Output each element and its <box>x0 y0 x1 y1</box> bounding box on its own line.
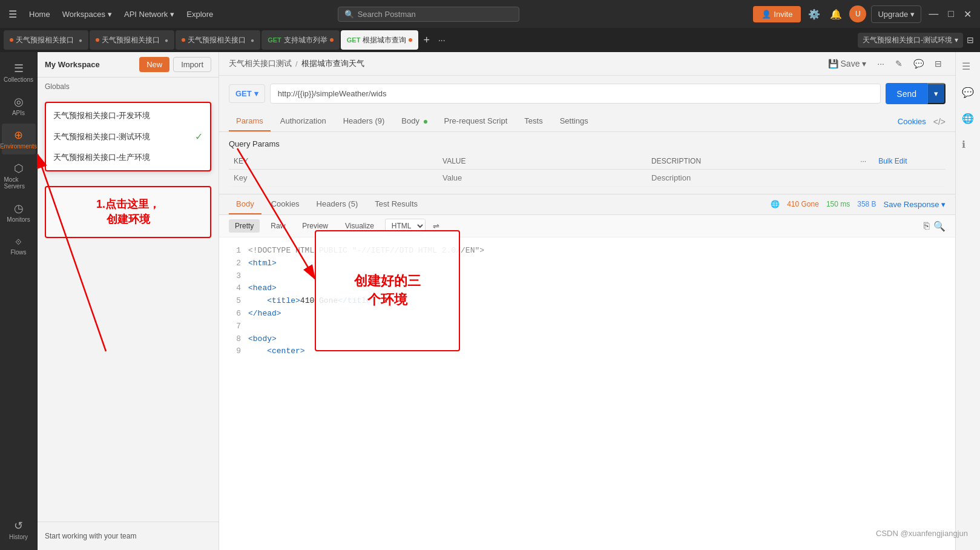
sidebar-label: Monitors <box>7 216 30 223</box>
more-tabs-button[interactable]: ··· <box>435 35 449 45</box>
key-input[interactable] <box>234 173 433 182</box>
annotation-center-text: 创建好的三个环境 <box>354 272 421 310</box>
method-selector[interactable]: GET ▾ <box>229 84 265 103</box>
right-panel-icon-4[interactable]: ℹ <box>958 135 978 154</box>
tab-2[interactable]: 天气预报相关接口 ● <box>90 30 174 50</box>
format-pretty-btn[interactable]: Pretty <box>229 219 260 233</box>
send-dropdown-button[interactable]: ▾ <box>927 83 945 104</box>
tab-close-icon[interactable]: ● <box>79 37 82 44</box>
api-network-menu[interactable]: API Network ▾ <box>119 7 179 21</box>
globe-icon: 🌐 <box>771 200 780 209</box>
format-icon[interactable]: ⇌ <box>433 222 439 231</box>
url-bar: GET ▾ Send ▾ <box>219 76 955 111</box>
status-code: 410 Gone <box>787 200 819 209</box>
sidebar-item-monitors[interactable]: ◷ Monitors <box>2 197 36 228</box>
response-tabs: Body Cookies Headers (5) Test Results 🌐 … <box>219 194 955 215</box>
response-actions: ⎘ 🔍 <box>924 220 945 232</box>
tab-body[interactable]: Body <box>394 111 434 131</box>
url-input[interactable] <box>270 84 881 104</box>
tab-label: 天气预报相关接口 <box>188 35 246 45</box>
minimize-button[interactable]: — <box>926 6 941 22</box>
collections-icon: ☰ <box>14 62 24 75</box>
new-button[interactable]: New <box>139 57 169 72</box>
search-response-btn[interactable]: 🔍 <box>933 220 945 232</box>
body-dot <box>424 120 427 124</box>
close-button[interactable]: ✕ <box>961 6 974 22</box>
tab-close-icon[interactable]: ● <box>251 37 254 44</box>
sidebar-item-history[interactable]: ↺ History <box>2 514 36 545</box>
right-panel-icon-2[interactable]: 💬 <box>958 83 978 102</box>
bulk-edit-btn[interactable]: Bulk Edit <box>873 153 945 170</box>
resp-tab-test-results[interactable]: Test Results <box>367 194 425 214</box>
import-button[interactable]: Import <box>173 57 211 72</box>
sidebar-item-apis[interactable]: ◎ APIs <box>2 90 36 121</box>
send-button[interactable]: Send <box>886 83 927 104</box>
layout-icon[interactable]: ⊟ <box>964 33 976 47</box>
description-input[interactable] <box>651 173 850 182</box>
more-options-button[interactable]: ··· <box>873 57 888 70</box>
sidebar-label: Collections <box>4 76 33 83</box>
format-raw-btn[interactable]: Raw <box>265 219 291 233</box>
sidebar-label: APIs <box>12 110 25 116</box>
maximize-button[interactable]: □ <box>945 6 956 22</box>
save-response-btn[interactable]: Save Response ▾ <box>884 200 945 209</box>
tab-close-icon[interactable]: ● <box>165 37 168 44</box>
env-item-dev[interactable]: 天气预报相关接口-开发环境 <box>46 105 210 126</box>
resp-tab-headers[interactable]: Headers (5) <box>309 194 366 214</box>
cookies-link[interactable]: Cookies <box>898 117 926 126</box>
breadcrumb: 天气相关接口测试 / 根据城市查询天气 💾 Save ▾ ··· ✎ 💬 ⊟ <box>219 52 955 76</box>
right-panel-icon-3[interactable]: 🌐 <box>958 109 978 128</box>
tab-1[interactable]: 天气预报相关接口 ● <box>4 30 88 50</box>
resp-tab-body[interactable]: Body <box>229 194 261 214</box>
col-value-header: VALUE <box>438 153 646 170</box>
search-bar[interactable]: 🔍 Search Postman <box>338 7 519 22</box>
tab-5[interactable]: GET 根据城市查询 <box>341 30 419 50</box>
home-link[interactable]: Home <box>24 7 55 21</box>
settings-button[interactable]: ⚙️ <box>806 6 823 22</box>
tab-dot <box>96 38 99 42</box>
tab-authorization[interactable]: Authorization <box>273 111 334 131</box>
right-panel: ☰ 💬 🌐 ℹ <box>955 52 980 550</box>
tab-settings[interactable]: Settings <box>553 111 596 131</box>
hamburger-icon[interactable]: ☰ <box>6 6 19 22</box>
upgrade-button[interactable]: Upgrade ▾ <box>871 5 921 23</box>
send-button-group: Send ▾ <box>886 83 945 104</box>
right-panel-icon-1[interactable]: ☰ <box>958 57 978 76</box>
sidebar-item-collections[interactable]: ☰ Collections <box>2 57 36 88</box>
history-icon: ↺ <box>14 519 23 532</box>
notifications-button[interactable]: 🔔 <box>827 6 844 22</box>
pane-button[interactable]: ⊟ <box>931 57 945 70</box>
env-selector[interactable]: 天气预报相关接口-测试环境 ▾ <box>858 33 963 48</box>
tab-4[interactable]: GET 支持城市列举 <box>261 30 340 50</box>
tab-headers[interactable]: Headers (9) <box>336 111 392 131</box>
tab-tests[interactable]: Tests <box>517 111 550 131</box>
sidebar-item-mock-servers[interactable]: ⬡ Mock Servers <box>2 157 36 194</box>
sidebar-item-environments[interactable]: ⊕ Environments <box>2 124 36 154</box>
panel-header: My Workspace New Import <box>38 52 219 78</box>
tab-dot <box>10 38 13 42</box>
tab-3[interactable]: 天气预报相关接口 ● <box>176 30 260 50</box>
env-item-test[interactable]: 天气预报相关接口-测试环境 ✓ <box>46 126 210 147</box>
env-item-prod[interactable]: 天气预报相关接口-生产环境 <box>46 147 210 168</box>
breadcrumb-parent[interactable]: 天气相关接口测试 <box>229 58 292 69</box>
save-button[interactable]: 💾 Save ▾ <box>824 57 870 70</box>
tab-pre-request[interactable]: Pre-request Script <box>437 111 515 131</box>
copy-response-btn[interactable]: ⎘ <box>924 220 930 232</box>
chevron-down-icon: ▾ <box>955 36 958 44</box>
tab-params[interactable]: Params <box>229 111 271 131</box>
annotation-center-box: 创建好的三个环境 <box>315 230 460 351</box>
code-icon[interactable]: </> <box>933 117 945 127</box>
comment-button[interactable]: 💬 <box>910 57 927 70</box>
apis-icon: ◎ <box>14 95 24 108</box>
workspaces-menu[interactable]: Workspaces ▾ <box>58 7 117 21</box>
query-params-section: Query Params KEY VALUE DESCRIPTION ··· B… <box>219 132 955 194</box>
new-tab-button[interactable]: + <box>419 34 433 47</box>
resp-tab-cookies[interactable]: Cookies <box>264 194 307 214</box>
tab-label: 根据城市查询 <box>363 35 406 45</box>
edit-button[interactable]: ✎ <box>892 57 906 70</box>
explore-link[interactable]: Explore <box>182 7 218 21</box>
tab-label: 天气预报相关接口 <box>16 35 74 45</box>
invite-button[interactable]: 👤 Invite <box>753 6 801 22</box>
sidebar-item-flows[interactable]: ⟐ Flows <box>2 230 36 260</box>
value-input[interactable] <box>442 173 642 182</box>
